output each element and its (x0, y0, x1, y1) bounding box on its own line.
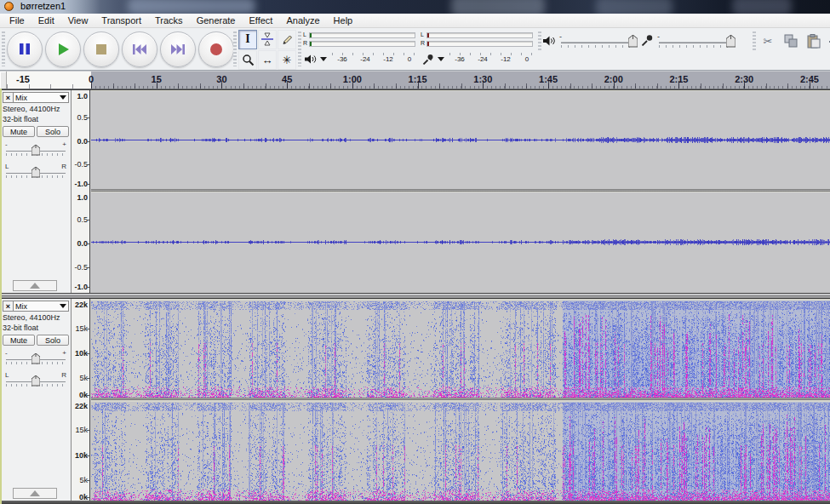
ruler-tick (87, 184, 89, 185)
paste-button[interactable] (804, 32, 824, 51)
pause-button[interactable] (7, 32, 43, 67)
solo-button[interactable]: Solo (37, 126, 69, 137)
toolbar-grip[interactable] (753, 32, 756, 50)
ruler-tick (87, 267, 89, 268)
chevron-down-icon (60, 304, 66, 308)
chevron-down-icon (320, 57, 327, 61)
track-title-dropdown[interactable]: Mix (14, 92, 69, 103)
input-volume-slider[interactable]: - (657, 33, 736, 50)
collapse-track-button[interactable] (13, 488, 57, 499)
tools-toolbar: I ↔ ✳ (232, 28, 296, 70)
envelope-tool-icon (260, 32, 274, 46)
cut-button[interactable]: ✂ (758, 32, 778, 51)
spectrogram-channel-left[interactable] (91, 299, 830, 398)
input-volume-thumb[interactable] (726, 35, 736, 51)
skip-to-start-button[interactable] (122, 32, 157, 67)
waveform-channel-right[interactable] (91, 192, 830, 292)
ruler-tick (87, 395, 89, 396)
toolbar-grip[interactable] (233, 32, 237, 66)
speaker-icon (303, 51, 318, 66)
gain-slider-thumb[interactable] (31, 352, 40, 368)
background-window-blur (732, 0, 792, 14)
menu-edit[interactable]: Edit (31, 14, 61, 27)
menu-file[interactable]: File (3, 14, 31, 27)
timeline-label: 0 (89, 74, 94, 84)
pan-slider[interactable]: L R (3, 163, 69, 181)
toolbar-grip[interactable] (2, 32, 5, 66)
playback-meter[interactable]: L R -36 -24 -12 0 (303, 31, 415, 69)
collapse-track-button[interactable] (13, 280, 57, 291)
recording-meter[interactable]: L R -36 -24 -12 0 (421, 31, 533, 69)
envelope-tool-button[interactable] (258, 30, 277, 49)
title-bar: børretzen1 (0, 0, 830, 14)
playback-meter-dropdown[interactable] (318, 51, 329, 66)
ruler-tick (87, 164, 89, 165)
spectrogram-channel-right[interactable] (91, 400, 830, 501)
skip-end-icon (170, 43, 186, 55)
timeline-label: -15 (16, 74, 30, 84)
copy-button[interactable] (781, 32, 801, 51)
recording-meter-scale: -36 -24 -12 0 (448, 51, 533, 66)
spectrogram-display[interactable] (91, 299, 830, 501)
track-control-panel: × Mix Stereo, 44100Hz 32-bit float Mute … (0, 90, 72, 293)
record-icon (209, 43, 223, 56)
frequency-scale-ruler[interactable]: 22k15k10k5k0k 22k15k10k5k0k (72, 299, 90, 501)
zoom-tool-button[interactable] (238, 50, 257, 70)
gain-slider[interactable]: - + (3, 140, 69, 159)
menu-help[interactable]: Help (327, 14, 360, 27)
selection-tool-button[interactable]: I (238, 30, 257, 49)
trim-audio-button[interactable] (827, 32, 830, 51)
ruler-label: 22k (75, 301, 88, 309)
multi-tool-button[interactable]: ✳ (278, 50, 296, 70)
solo-button[interactable]: Solo (37, 335, 69, 346)
menu-analyze[interactable]: Analyze (279, 14, 326, 27)
ruler-tick (87, 497, 89, 498)
track-title-dropdown[interactable]: Mix (14, 301, 69, 312)
meter-channel-label: R (421, 40, 426, 47)
ruler-label: 15k (75, 426, 88, 434)
recording-meter-dropdown[interactable] (435, 51, 446, 66)
menu-tracks[interactable]: Tracks (148, 14, 190, 27)
menu-bar: File Edit View Transport Tracks Generate… (0, 14, 830, 28)
window-title: børretzen1 (20, 1, 66, 11)
menu-generate[interactable]: Generate (190, 14, 243, 27)
gain-slider[interactable]: - + (3, 349, 69, 368)
menu-effect[interactable]: Effect (243, 14, 280, 27)
mute-button[interactable]: Mute (3, 335, 35, 346)
timeline-ruler[interactable]: -1501530451:001:151:301:452:002:152:302:… (0, 71, 830, 89)
meter-toolbar: L R -36 -24 -12 0 L R (296, 28, 536, 70)
transport-toolbar (0, 28, 232, 70)
timeline-label: 2:45 (800, 74, 819, 84)
ruler-tick (87, 117, 89, 118)
play-button[interactable] (45, 32, 81, 67)
timeshift-tool-button[interactable]: ↔ (258, 50, 277, 70)
pan-slider[interactable]: L R (3, 371, 69, 390)
close-track-button[interactable]: × (3, 301, 14, 312)
toolbar-grip[interactable] (538, 32, 541, 50)
skip-to-end-button[interactable] (160, 32, 196, 67)
toolbar-grip[interactable] (298, 32, 301, 66)
close-track-button[interactable]: × (3, 92, 14, 103)
pan-slider-thumb[interactable] (31, 375, 40, 390)
menu-view[interactable]: View (61, 14, 95, 27)
vertical-scale-ruler[interactable]: 1.00.50.0-0.5-1.0 1.00.50.0-0.5-1.0 (72, 90, 90, 293)
stop-button[interactable] (83, 32, 119, 67)
ruler-label: 1.0 (77, 193, 88, 202)
pan-slider-thumb[interactable] (31, 166, 40, 181)
waveform-channel-left[interactable] (91, 90, 830, 189)
record-button[interactable] (198, 32, 234, 67)
draw-tool-button[interactable] (278, 30, 296, 49)
output-volume-thumb[interactable] (628, 35, 638, 51)
track-title: Mix (15, 94, 27, 102)
gain-slider-thumb[interactable] (31, 144, 40, 159)
recording-meter-bar-right (426, 41, 533, 47)
ruler-tick (87, 455, 89, 456)
menu-transport[interactable]: Transport (94, 14, 148, 27)
timeline-label: 1:15 (409, 74, 427, 84)
mute-button[interactable]: Mute (3, 126, 35, 137)
timeline-selected-region[interactable] (91, 72, 830, 89)
ruler-label: 1.0 (77, 92, 88, 100)
ruler-tick (87, 243, 89, 244)
waveform-display[interactable] (91, 90, 830, 293)
output-volume-slider[interactable]: - (559, 33, 638, 50)
